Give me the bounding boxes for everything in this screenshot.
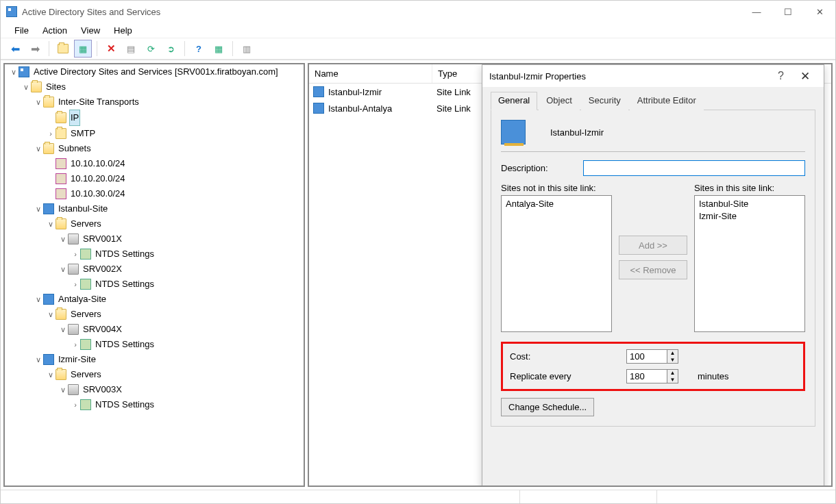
content-splitter: ∨Active Directory Sites and Services [SR… (1, 60, 835, 490)
replicate-unit: minutes (698, 371, 729, 381)
tree-srv3[interactable]: SRV003X (82, 382, 123, 397)
delete-button[interactable]: ✕ (102, 40, 120, 58)
tree-subnets[interactable]: Subnets (57, 141, 93, 156)
cost-spinner[interactable]: ▲▼ (626, 349, 688, 364)
tree-pane[interactable]: ∨Active Directory Sites and Services [SR… (3, 63, 305, 487)
description-input[interactable] (583, 160, 805, 176)
show-hide-button[interactable] (54, 40, 72, 58)
col-name[interactable]: Name (309, 64, 432, 83)
ntds-icon (80, 249, 91, 260)
in-listbox[interactable]: Istanbul-Site Izmir-Site (694, 195, 805, 332)
doc-button[interactable]: ▤ (122, 40, 140, 58)
export-button[interactable]: ➲ (162, 40, 180, 58)
tree-ntds[interactable]: NTDS Settings (94, 247, 156, 262)
listbox-item[interactable]: Istanbul-Site (699, 198, 800, 210)
server-icon (68, 324, 79, 335)
ntds-icon (80, 339, 91, 350)
tab-security[interactable]: Security (581, 92, 628, 110)
forward-button[interactable]: ➡ (26, 40, 44, 58)
action-button[interactable]: ▦ (210, 40, 228, 58)
maximize-button[interactable]: ☐ (772, 1, 804, 22)
folder-icon (56, 112, 66, 123)
menu-action[interactable]: Action (37, 24, 73, 37)
tree-sn2[interactable]: 10.10.20.0/24 (69, 171, 127, 186)
close-button[interactable]: ✕ (804, 1, 835, 22)
not-in-label: Sites not in this site link: (501, 183, 612, 193)
back-button[interactable]: ⬅ (6, 40, 24, 58)
replicate-spinner[interactable]: ▲▼ (626, 369, 688, 383)
tree-ip[interactable]: IP (69, 110, 80, 126)
chevron-up-icon[interactable]: ▲ (667, 350, 678, 357)
folder-icon (56, 369, 66, 380)
listbox-item[interactable]: Izmir-Site (699, 210, 800, 223)
tree-sn1[interactable]: 10.10.10.0/24 (69, 156, 127, 171)
help-button[interactable]: ? (190, 40, 208, 58)
tab-panel-general: Istanbul-Izmir Description: Sites not in… (491, 110, 815, 427)
extra-button[interactable]: ▥ (238, 40, 256, 58)
change-schedule-button[interactable]: Change Schedule... (501, 398, 594, 416)
dialog-titlebar: Istanbul-Izmir Properties ? ✕ (482, 65, 824, 87)
tree-ntds[interactable]: NTDS Settings (94, 397, 156, 412)
tree-servers3[interactable]: Servers (69, 367, 103, 382)
chevron-up-icon[interactable]: ▲ (667, 370, 678, 377)
folder-icon (58, 44, 69, 53)
site-icon (43, 203, 54, 214)
add-button[interactable]: Add >> (619, 236, 687, 255)
tree-root[interactable]: Active Directory Sites and Services [SRV… (32, 64, 280, 79)
tree-servers2[interactable]: Servers (69, 307, 103, 322)
refresh-button[interactable]: ⟳ (142, 40, 160, 58)
extra-icon: ▥ (243, 44, 251, 54)
tree-srv1[interactable]: SRV001X (82, 231, 123, 247)
folder-icon (56, 128, 66, 139)
folder-icon (43, 143, 54, 154)
arrow-right-icon: ➡ (31, 42, 40, 55)
tab-attribute-editor[interactable]: Attribute Editor (630, 92, 704, 110)
tree-ist[interactable]: Inter-Site Transports (57, 94, 140, 110)
tree-smtp[interactable]: SMTP (69, 126, 97, 141)
action-icon: ▦ (214, 44, 223, 54)
sitelink-icon (313, 103, 324, 114)
menubar: File Action View Help (1, 23, 835, 38)
cost-input[interactable] (626, 349, 667, 364)
remove-button[interactable]: << Remove (619, 260, 687, 279)
tab-general[interactable]: General (491, 92, 537, 110)
sitelink-icon (313, 86, 324, 97)
replicate-input[interactable] (626, 369, 667, 383)
not-in-listbox[interactable]: Antalya-Site (501, 195, 612, 332)
page-icon: ▤ (127, 44, 135, 54)
toolbar: ⬅ ➡ ▦ ✕ ▤ ⟳ ➲ ? ▦ ▥ (1, 38, 835, 60)
tree-site3[interactable]: Izmir-Site (57, 352, 97, 367)
replicate-label: Replicate every (510, 371, 626, 381)
close-icon[interactable]: ✕ (794, 69, 817, 84)
properties-button[interactable]: ▦ (74, 40, 92, 58)
tree-servers1[interactable]: Servers (69, 216, 103, 231)
tree-ntds[interactable]: NTDS Settings (94, 277, 156, 292)
menu-help[interactable]: Help (108, 24, 138, 37)
tree-site1[interactable]: Istanbul-Site (57, 201, 109, 216)
minimize-button[interactable]: — (741, 1, 772, 22)
x-icon: ✕ (107, 42, 116, 55)
question-icon: ? (196, 44, 201, 54)
menu-file[interactable]: File (9, 24, 34, 37)
tree-sn3[interactable]: 10.10.30.0/24 (69, 186, 127, 201)
chevron-down-icon[interactable]: ▼ (667, 377, 678, 383)
menu-view[interactable]: View (75, 24, 106, 37)
in-label: Sites in this site link: (694, 183, 805, 193)
tab-object[interactable]: Object (539, 92, 580, 110)
root-icon (19, 66, 29, 77)
tree-sites[interactable]: Sites (45, 79, 67, 94)
tree-site2[interactable]: Antalya-Site (57, 292, 108, 307)
subnet-icon (56, 173, 66, 184)
tree-srv4[interactable]: SRV004X (82, 322, 123, 337)
folder-icon (31, 81, 42, 92)
status-bar (1, 490, 835, 503)
listbox-item[interactable]: Antalya-Site (506, 198, 607, 210)
server-icon (68, 234, 79, 244)
highlighted-settings: Cost: ▲▼ Replicate every ▲▼ (501, 342, 805, 391)
ntds-icon (80, 399, 91, 410)
tree-srv2[interactable]: SRV002X (82, 262, 123, 277)
folder-icon (56, 309, 66, 320)
tree-ntds[interactable]: NTDS Settings (94, 337, 156, 352)
chevron-down-icon[interactable]: ▼ (667, 357, 678, 364)
help-icon[interactable]: ? (768, 70, 794, 82)
